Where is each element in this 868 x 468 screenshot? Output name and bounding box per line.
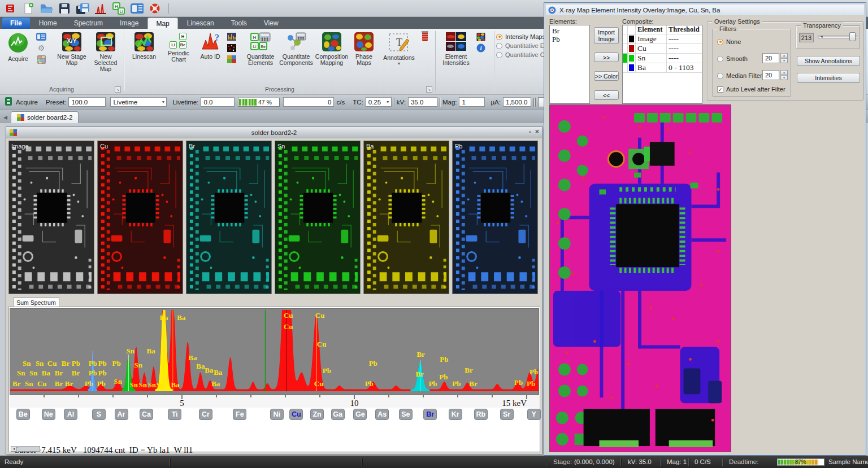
quantitate-components-button[interactable]: Quantitate Components <box>279 31 314 66</box>
ribbon-tab-file[interactable]: File <box>2 18 30 29</box>
add-element-button[interactable]: >> <box>594 53 619 62</box>
row-select-cell[interactable] <box>623 63 628 72</box>
tc-dropdown[interactable]: 0.25▼ <box>366 97 392 107</box>
new-selected-map-button[interactable]: New Selected Map <box>89 31 122 72</box>
element-button-s[interactable]: S <box>92 409 106 420</box>
intensity-bars-icon[interactable] <box>227 32 237 41</box>
show-annotations-button[interactable]: Show Annotations <box>797 56 860 66</box>
element-button-sr[interactable]: Sr <box>500 409 514 420</box>
spectrum-hscrollbar[interactable]: ◄ <box>11 446 40 452</box>
spectrum-icon[interactable] <box>94 2 107 15</box>
annotations-button[interactable]: T Annotations ▼ <box>380 31 418 65</box>
map-panel-sn[interactable]: Sn <box>275 141 361 294</box>
slider-decrease-icon[interactable]: ◄ <box>819 34 823 38</box>
processing-dialog-launcher[interactable]: ↘ <box>426 86 432 93</box>
ribbon-tab-view[interactable]: View <box>256 18 287 29</box>
ribbon-tab-image[interactable]: Image <box>112 18 146 29</box>
element-button-ar[interactable]: Ar <box>115 409 128 420</box>
speckle-map-icon[interactable] <box>227 43 237 53</box>
ribbon-tab-linescan[interactable]: Linescan <box>179 18 222 29</box>
scrollbar-thumb[interactable] <box>18 446 40 452</box>
spectrum-plot[interactable]: SnSnCuBrPbPbPbPbSnSnBaBrBrPbPbBrSnCuBrBr… <box>10 308 539 395</box>
element-button-ti[interactable]: Ti <box>168 409 181 420</box>
info-icon[interactable]: i <box>476 43 486 53</box>
periodic-card-icon[interactable] <box>36 32 46 41</box>
smooth-spinner[interactable]: ▲▼ <box>780 53 788 63</box>
mag-field[interactable]: 1 <box>459 97 485 107</box>
composite-overlay-image[interactable] <box>549 104 731 452</box>
element-button-ca[interactable]: Ca <box>140 409 153 420</box>
composite-row-image[interactable]: Image---- <box>623 34 702 44</box>
kv-field[interactable]: 35.0 <box>408 97 437 107</box>
ribbon-tab-tools[interactable]: Tools <box>223 18 255 29</box>
element-button-ni[interactable]: Ni <box>270 409 284 420</box>
linescan-button[interactable]: Linescan <box>128 31 160 60</box>
new-file-icon[interactable] <box>21 2 35 15</box>
composite-row-ba[interactable]: Ba0 - 1103 <box>623 63 702 73</box>
element-button-zn[interactable]: Zn <box>310 409 324 420</box>
element-button-cu[interactable]: Cu <box>289 409 303 420</box>
element-button-y[interactable]: Y <box>527 409 541 420</box>
composite-row-cu[interactable]: Cu---- <box>623 44 702 54</box>
minimize-icon[interactable]: ▫ <box>529 128 531 135</box>
tab-scroll-left-icon[interactable]: ◀ <box>3 115 7 120</box>
import-image-button[interactable]: Import Image <box>594 27 619 44</box>
element-button-ne[interactable]: Ne <box>42 409 55 420</box>
element-list-item-pb[interactable]: Pb <box>552 35 587 43</box>
element-list-item-br[interactable]: Br <box>552 27 587 35</box>
ribbon-tab-spectrum[interactable]: Spectrum <box>66 18 111 29</box>
element-button-be[interactable]: Be <box>16 409 30 420</box>
smooth-value-field[interactable]: 20 <box>762 53 779 63</box>
map-panel-image[interactable]: Image <box>8 141 94 294</box>
mini-map-icon[interactable] <box>36 55 46 64</box>
overlay-window-titlebar[interactable]: X-ray Map Element Intensity Overlay:Imag… <box>546 5 864 15</box>
close-icon[interactable]: ✕ <box>535 128 540 135</box>
save-icon[interactable] <box>58 2 71 15</box>
composite-table[interactable]: ElementThresholdImage----Cu----Sn----Ba0… <box>622 25 702 104</box>
map-window-titlebar[interactable]: solder board2-2 ▫ ✕ <box>6 127 542 138</box>
filter-none-radio[interactable]: None <box>717 37 741 46</box>
row-select-cell[interactable] <box>623 34 628 43</box>
filter-median-radio[interactable]: Median Filter <box>717 71 762 80</box>
document-tab[interactable]: solder board2-2 <box>11 111 79 123</box>
ribbon-tab-home[interactable]: Home <box>31 18 65 29</box>
mode-dropdown[interactable]: Livetime▼ <box>110 97 167 107</box>
elements-listbox[interactable]: BrPb <box>549 25 590 104</box>
element-intensities-button[interactable]: Element Intensities <box>439 31 474 66</box>
map-panel-cu[interactable]: Cu <box>97 141 183 294</box>
color-swatch[interactable] <box>628 44 636 53</box>
save-all-icon[interactable] <box>76 2 89 15</box>
auto-id-button[interactable]: ? Auto ID <box>196 31 224 60</box>
livetime-field[interactable]: 0.0 <box>201 97 235 107</box>
median-value-field[interactable]: 20 <box>762 70 779 80</box>
element-button-as[interactable]: As <box>375 409 389 420</box>
composite-row-sn[interactable]: Sn---- <box>623 54 702 63</box>
row-select-cell[interactable] <box>623 44 628 53</box>
color-swatch[interactable] <box>628 63 636 72</box>
filter-smooth-radio[interactable]: Smooth <box>717 54 748 63</box>
sum-spectrum-tab[interactable]: Sum Spectrum <box>13 298 59 307</box>
composition-mapping-button[interactable]: Composition Mapping <box>315 31 349 66</box>
ua-field[interactable]: 1,500.0 <box>503 97 531 107</box>
slider-thumb[interactable] <box>849 32 856 41</box>
acquire-toolbar-label[interactable]: Acquire <box>16 99 38 106</box>
periodic-keys-icon[interactable]: HLi <box>112 2 125 15</box>
acquiring-dialog-launcher[interactable]: ↘ <box>115 86 121 93</box>
quad-map-icon[interactable] <box>227 55 237 64</box>
report-icon[interactable] <box>130 2 144 15</box>
element-button-fe[interactable]: Fe <box>233 409 246 420</box>
mini-phase-icon[interactable] <box>476 32 486 41</box>
element-button-cr[interactable]: Cr <box>199 409 212 420</box>
element-button-ge[interactable]: Ge <box>353 409 367 420</box>
phase-maps-button[interactable]: Phase Maps <box>350 31 378 66</box>
periodic-chart-button[interactable]: H Li Be Periodic Chart <box>162 31 195 63</box>
new-stage-map-button[interactable]: X/Y New Stage Map <box>55 31 88 66</box>
quantitate-elements-button[interactable]: HLiBe Quantitate Elements <box>244 31 277 66</box>
open-icon[interactable] <box>40 2 53 15</box>
scroll-left-icon[interactable]: ◄ <box>11 446 17 452</box>
auto-level-checkbox[interactable]: ✓Auto Level after Filter <box>717 85 785 94</box>
row-select-cell[interactable] <box>623 54 628 63</box>
remove-element-button[interactable]: << <box>594 90 619 100</box>
element-button-ga[interactable]: Ga <box>331 409 345 420</box>
element-button-br[interactable]: Br <box>423 409 437 420</box>
